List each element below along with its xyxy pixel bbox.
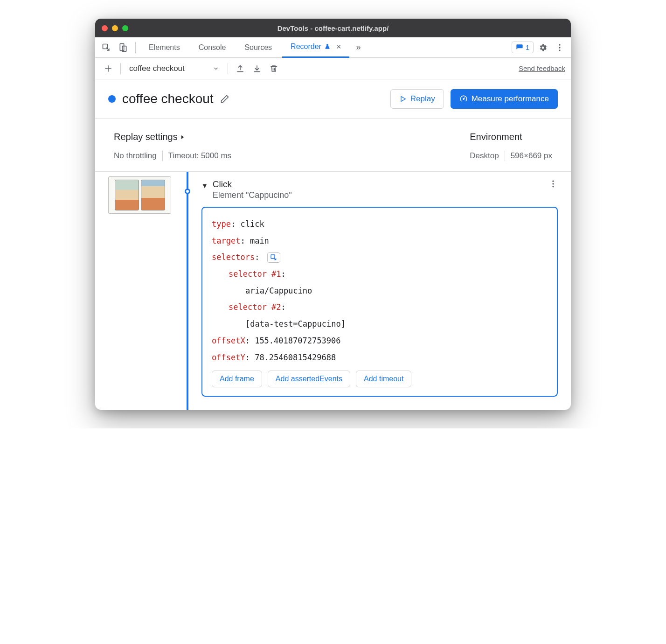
field-row: target: main [212, 233, 548, 250]
step-subtitle: Element "Cappucino" [213, 190, 292, 200]
timeout-value: Timeout: 5000 ms [168, 151, 231, 161]
environment-values: Desktop 596×669 px [470, 151, 552, 161]
offsetx-key: offsetX [212, 336, 245, 345]
svg-point-8 [552, 183, 554, 184]
viewport-value: 596×669 px [511, 151, 552, 161]
separator [228, 63, 228, 74]
tab-elements[interactable]: Elements [140, 37, 188, 58]
tab-recorder[interactable]: Recorder × [282, 37, 349, 58]
device-value: Desktop [470, 151, 499, 161]
step-details-panel: type: click target: main selectors: sele… [201, 207, 558, 397]
gauge-icon [459, 95, 468, 103]
inspect-element-icon[interactable] [99, 40, 114, 55]
timeline-dot [185, 189, 190, 194]
tab-sources[interactable]: Sources [236, 37, 280, 58]
add-frame-button[interactable]: Add frame [212, 371, 262, 387]
devtools-window: DevTools - coffee-cart.netlify.app/ Elem… [95, 19, 571, 410]
more-menu-icon[interactable] [552, 40, 567, 55]
selector1-value[interactable]: aria/Cappucino [212, 283, 548, 300]
play-icon [399, 95, 407, 103]
replay-button[interactable]: Replay [390, 89, 444, 109]
selectors-key: selectors [212, 252, 255, 262]
device-toggle-icon[interactable] [116, 40, 131, 55]
step-column: ▼ Click Element "Cappucino" type: click … [196, 172, 571, 410]
separator [162, 151, 163, 161]
replay-settings-label: Replay settings [114, 132, 178, 142]
field-row: type: click [212, 216, 548, 233]
send-feedback-link[interactable]: Send feedback [519, 64, 565, 72]
collapse-step-button[interactable]: ▼ [201, 182, 208, 189]
import-button[interactable] [250, 61, 264, 76]
panel-tabs: Elements Console Sources Recorder × » 1 [95, 37, 571, 58]
settings-section: Replay settings No throttling Timeout: 5… [95, 119, 571, 172]
recording-header: coffee checkout Replay Measure performan… [95, 79, 571, 119]
add-asserted-events-button[interactable]: Add assertedEvents [268, 371, 350, 387]
measure-label: Measure performance [472, 94, 549, 104]
recording-selector[interactable]: coffee checkout [125, 64, 223, 73]
svg-point-9 [552, 186, 554, 187]
measure-performance-button[interactable]: Measure performance [451, 89, 558, 109]
flask-icon [324, 43, 331, 50]
issues-badge[interactable]: 1 [512, 42, 534, 53]
replay-settings-values: No throttling Timeout: 5000 ms [114, 151, 470, 161]
more-tabs-button[interactable]: » [351, 42, 365, 52]
step-screenshot-thumbnail[interactable] [108, 176, 171, 214]
step-timeline: ▼ Click Element "Cappucino" type: click … [95, 172, 571, 410]
thumbnail-graphic [115, 180, 139, 210]
separator [505, 151, 505, 161]
offsety-value[interactable]: 78.25460815429688 [255, 353, 336, 362]
field-row: offsetY: 78.25460815429688 [212, 350, 548, 366]
issue-count: 1 [526, 43, 529, 51]
field-row: offsetX: 155.40187072753906 [212, 333, 548, 350]
environment-label: Environment [470, 132, 552, 142]
svg-point-7 [552, 181, 554, 182]
replay-label: Replay [410, 94, 435, 104]
step-more-menu[interactable] [548, 179, 558, 189]
new-recording-button[interactable] [101, 61, 116, 76]
thumbnail-graphic [141, 180, 165, 210]
titlebar: DevTools - coffee-cart.netlify.app/ [95, 19, 571, 37]
target-value[interactable]: main [250, 236, 269, 245]
target-key: target [212, 236, 240, 245]
minimize-window-button[interactable] [112, 25, 118, 31]
close-window-button[interactable] [102, 25, 108, 31]
selector2-key: selector #2 [229, 302, 281, 312]
step-title: Click [213, 179, 292, 189]
status-dot [108, 95, 116, 103]
tab-console[interactable]: Console [190, 37, 235, 58]
svg-point-4 [559, 47, 560, 48]
offsetx-value[interactable]: 155.40187072753906 [255, 336, 340, 345]
chevron-down-icon [213, 65, 219, 72]
type-value[interactable]: click [240, 219, 264, 229]
offsety-key: offsetY [212, 353, 245, 362]
chevron-right-icon [180, 134, 185, 140]
step-header: ▼ Click Element "Cappucino" [201, 179, 558, 200]
type-key: type [212, 219, 231, 229]
selector2-value[interactable]: [data-test=Cappucino] [212, 316, 548, 333]
delete-button[interactable] [266, 61, 281, 76]
svg-point-6 [463, 98, 464, 99]
recording-selector-label: coffee checkout [129, 64, 185, 73]
field-row: selector #2: [212, 299, 548, 316]
export-button[interactable] [233, 61, 248, 76]
maximize-window-button[interactable] [122, 25, 128, 31]
svg-point-5 [559, 49, 560, 51]
pick-selector-button[interactable] [267, 252, 280, 263]
add-timeout-button[interactable]: Add timeout [356, 371, 411, 387]
window-title: DevTools - coffee-cart.netlify.app/ [278, 24, 389, 32]
selector1-key: selector #1 [229, 269, 281, 279]
throttling-value: No throttling [114, 151, 157, 161]
tab-recorder-label: Recorder [291, 42, 321, 51]
separator [120, 63, 121, 74]
close-tab-icon[interactable]: × [336, 42, 341, 52]
edit-title-button[interactable] [220, 94, 229, 104]
field-row: selectors: [212, 249, 548, 266]
screenshot-column [95, 172, 179, 410]
settings-gear-icon[interactable] [535, 40, 550, 55]
issue-icon [516, 44, 523, 51]
recording-title: coffee checkout [122, 91, 214, 106]
separator [135, 42, 136, 53]
recorder-toolbar: coffee checkout Send feedback [95, 58, 571, 79]
add-buttons-row: Add frame Add assertedEvents Add timeout [212, 371, 548, 387]
replay-settings-toggle[interactable]: Replay settings [114, 132, 470, 142]
